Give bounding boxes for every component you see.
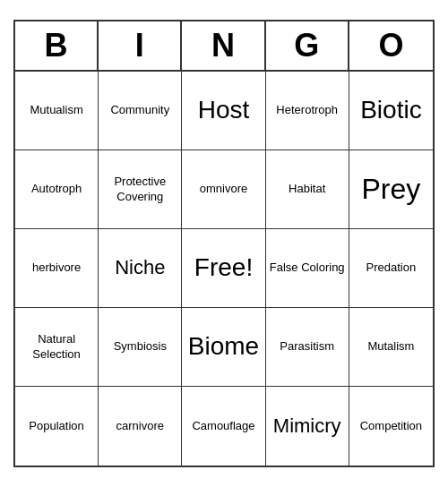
bingo-cell-text-23: Mimicry — [273, 414, 341, 440]
bingo-cell-15: Natural Selection — [15, 308, 99, 387]
bingo-cell-text-10: herbivore — [32, 261, 81, 276]
bingo-cell-8: Habitat — [266, 150, 349, 229]
bingo-cell-text-15: Natural Selection — [19, 332, 94, 363]
bingo-cell-text-5: Autotroph — [31, 182, 82, 197]
bingo-letter-g: G — [266, 21, 349, 70]
bingo-cell-text-4: Biotic — [360, 94, 421, 126]
bingo-cell-6: Protective Covering — [99, 150, 182, 229]
bingo-cell-text-13: False Coloring — [270, 261, 345, 276]
bingo-cell-text-11: Niche — [115, 255, 165, 281]
bingo-cell-text-7: omnivore — [200, 182, 247, 197]
bingo-cell-text-12: Free! — [194, 252, 253, 284]
bingo-cell-9: Prey — [349, 150, 433, 229]
bingo-header: BINGO — [15, 21, 433, 72]
bingo-cell-13: False Coloring — [266, 229, 349, 308]
bingo-cell-23: Mimicry — [266, 387, 349, 466]
bingo-cell-0: Mutualism — [15, 72, 99, 150]
bingo-cell-1: Community — [99, 72, 182, 150]
bingo-cell-19: Mutalism — [349, 308, 433, 387]
bingo-cell-text-17: Biome — [188, 330, 259, 363]
bingo-cell-2: Host — [182, 72, 265, 150]
bingo-cell-text-6: Protective Covering — [102, 175, 177, 205]
bingo-cell-text-8: Habitat — [289, 182, 325, 197]
bingo-cell-text-14: Predation — [366, 261, 417, 276]
bingo-cell-7: omnivore — [182, 150, 265, 229]
bingo-cell-11: Niche — [99, 229, 182, 308]
bingo-cell-3: Heterotroph — [266, 72, 349, 150]
bingo-grid: MutualismCommunityHostHeterotrophBioticA… — [15, 72, 433, 466]
bingo-cell-17: Biome — [182, 308, 265, 387]
bingo-cell-text-9: Prey — [361, 171, 420, 209]
bingo-cell-text-24: Competition — [360, 419, 422, 434]
bingo-cell-5: Autotroph — [15, 150, 99, 229]
bingo-letter-n: N — [182, 21, 265, 70]
bingo-cell-22: Camouflage — [182, 387, 265, 466]
bingo-cell-24: Competition — [349, 387, 433, 466]
bingo-cell-text-1: Community — [110, 103, 169, 118]
bingo-cell-18: Parasitism — [266, 308, 349, 387]
bingo-cell-text-19: Mutalism — [367, 339, 414, 355]
bingo-cell-text-2: Host — [198, 94, 250, 126]
bingo-cell-text-0: Mutualism — [30, 103, 82, 118]
bingo-cell-text-21: carnivore — [116, 419, 164, 434]
bingo-cell-21: carnivore — [99, 387, 182, 466]
bingo-cell-text-22: Camouflage — [192, 419, 254, 434]
bingo-cell-10: herbivore — [15, 229, 99, 308]
bingo-cell-16: Symbiosis — [99, 308, 182, 387]
bingo-letter-i: I — [99, 21, 182, 70]
bingo-letter-o: O — [349, 21, 433, 70]
bingo-letter-b: B — [15, 21, 99, 70]
bingo-card: BINGO MutualismCommunityHostHeterotrophB… — [13, 20, 435, 467]
bingo-cell-14: Predation — [349, 229, 433, 308]
bingo-cell-text-16: Symbiosis — [114, 339, 167, 355]
bingo-cell-4: Biotic — [349, 72, 433, 150]
bingo-cell-text-20: Population — [29, 419, 83, 434]
bingo-cell-text-18: Parasitism — [280, 339, 334, 355]
bingo-cell-20: Population — [15, 387, 99, 466]
bingo-cell-text-3: Heterotroph — [276, 103, 338, 118]
bingo-cell-12: Free! — [182, 229, 265, 308]
